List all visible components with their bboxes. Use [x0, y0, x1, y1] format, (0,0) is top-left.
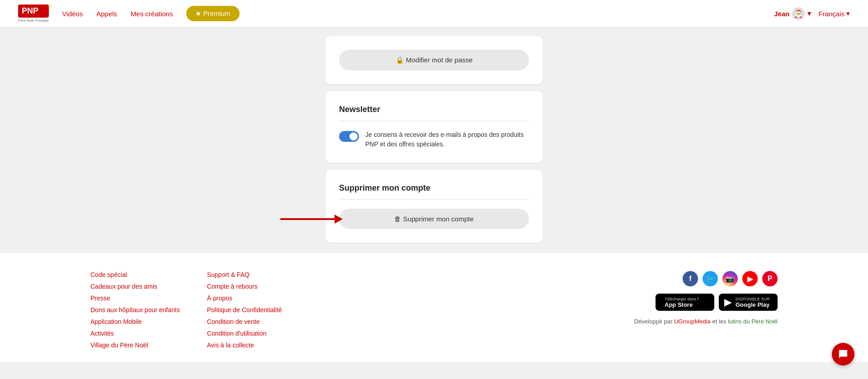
footer-link-apropos[interactable]: À propos	[207, 295, 282, 302]
footer-link-cadeaux[interactable]: Cadeaux pour des amis	[90, 283, 180, 290]
app-store-text: Télécharger dans l' App Store	[665, 297, 699, 308]
footer-link-politique[interactable]: Politique de Confidentialité	[207, 306, 282, 313]
premium-button[interactable]: ★ Premium	[186, 6, 239, 21]
newsletter-toggle-row: Je consens à recevoir des e-mails à prop…	[339, 130, 529, 149]
delete-account-button[interactable]: 🗑 Supprimer mon compte	[339, 209, 529, 229]
main-content: 🔒 Modifier mot de passe Newsletter Je co…	[0, 27, 868, 253]
user-avatar: 🎅	[792, 7, 805, 20]
main-nav: Vidéos Appels Mes créations ★ Premium	[62, 6, 774, 21]
footer-link-avis[interactable]: Avis à la collecte	[207, 342, 282, 349]
facebook-icon[interactable]: f	[683, 271, 698, 286]
google-play-text: DISPONIBLE SUR Google Play	[736, 297, 770, 308]
user-chevron-icon: ▾	[807, 9, 811, 18]
footer-link-compte-rebours[interactable]: Compte à rebours	[207, 283, 282, 290]
footer-link-village[interactable]: Village du Père Noël	[90, 342, 180, 349]
footer-dev-credit: Développé par UGroupMedia et les lutins …	[634, 318, 778, 325]
logo[interactable]: PNP + Père Noël Portable	[18, 5, 49, 23]
google-play-icon: ▶	[724, 296, 732, 308]
newsletter-card: Newsletter Je consens à recevoir des e-m…	[326, 91, 542, 163]
change-password-button[interactable]: 🔒 Modifier mot de passe	[339, 50, 529, 70]
red-arrow-annotation	[280, 215, 343, 224]
logo-box: PNP +	[18, 5, 49, 18]
header: PNP + Père Noël Portable Vidéos Appels M…	[0, 0, 868, 27]
youtube-icon[interactable]: ▶	[742, 271, 758, 286]
lutins-link[interactable]: lutins du Père Noël	[728, 318, 778, 325]
nav-appels[interactable]: Appels	[96, 10, 117, 18]
ugroupmedia-link[interactable]: UGroupMedia	[674, 318, 711, 325]
footer-link-code-special[interactable]: Code spécial	[90, 271, 180, 278]
app-badges: Télécharger dans l' App Store ▶ DISPONIB…	[656, 294, 778, 311]
pinterest-icon[interactable]: P	[762, 271, 778, 286]
delete-button-container: 🗑 Supprimer mon compte	[339, 209, 529, 229]
footer-link-presse[interactable]: Presse	[90, 295, 180, 302]
footer-link-app-mobile[interactable]: Application Mobile	[90, 318, 180, 325]
dev-text: Développé par	[634, 318, 674, 325]
lang-label: Français	[818, 10, 844, 18]
nav-videos[interactable]: Vidéos	[62, 10, 83, 18]
social-icons: f 🐦 📷 ▶ P	[683, 271, 778, 286]
chat-button[interactable]	[832, 343, 854, 365]
language-menu[interactable]: Français ▾	[818, 9, 850, 18]
newsletter-toggle[interactable]	[339, 131, 359, 142]
logo-sub: Père Noël Portable	[18, 19, 49, 23]
delete-account-card: Supprimer mon compte 🗑 Supprimer mon com…	[326, 170, 542, 243]
app-store-badge[interactable]: Télécharger dans l' App Store	[656, 294, 714, 311]
footer: Code spécial Cadeaux pour des amis Press…	[0, 253, 868, 362]
logo-plus: +	[48, 3, 52, 9]
footer-link-support[interactable]: Support & FAQ	[207, 271, 282, 278]
lang-chevron-icon: ▾	[846, 9, 850, 18]
footer-link-dons[interactable]: Dons aux hôpitaux pour enfants	[90, 306, 180, 313]
footer-link-condition-utilisation[interactable]: Condition d'utilisation	[207, 330, 282, 337]
newsletter-title: Newsletter	[339, 105, 529, 121]
footer-col-1: Code spécial Cadeaux pour des amis Press…	[90, 271, 180, 349]
arrow-head	[335, 215, 343, 224]
user-menu[interactable]: Jean 🎅 ▾	[774, 7, 811, 20]
logo-text: PNP	[22, 6, 38, 15]
footer-link-activites[interactable]: Activités	[90, 330, 180, 337]
user-name: Jean	[774, 10, 789, 18]
google-play-badge[interactable]: ▶ DISPONIBLE SUR Google Play	[719, 294, 778, 311]
footer-right: f 🐦 📷 ▶ P Télécharger dans l' App Store …	[634, 271, 778, 349]
twitter-icon[interactable]: 🐦	[703, 271, 718, 286]
dev-and: et les	[712, 318, 728, 325]
arrow-line	[280, 218, 335, 220]
footer-content: Code spécial Cadeaux pour des amis Press…	[90, 271, 778, 349]
nav-mes-creations[interactable]: Mes créations	[131, 10, 173, 18]
delete-account-title: Supprimer mon compte	[339, 183, 529, 200]
footer-link-condition-vente[interactable]: Condition de vente	[207, 318, 282, 325]
toggle-slider	[339, 131, 359, 142]
chat-icon	[838, 349, 848, 359]
password-card: 🔒 Modifier mot de passe	[326, 36, 542, 84]
newsletter-toggle-label: Je consens à recevoir des e-mails à prop…	[365, 130, 529, 149]
instagram-icon[interactable]: 📷	[722, 271, 738, 286]
header-right: Jean 🎅 ▾ Français ▾	[774, 7, 850, 20]
footer-col-2: Support & FAQ Compte à rebours À propos …	[207, 271, 282, 349]
